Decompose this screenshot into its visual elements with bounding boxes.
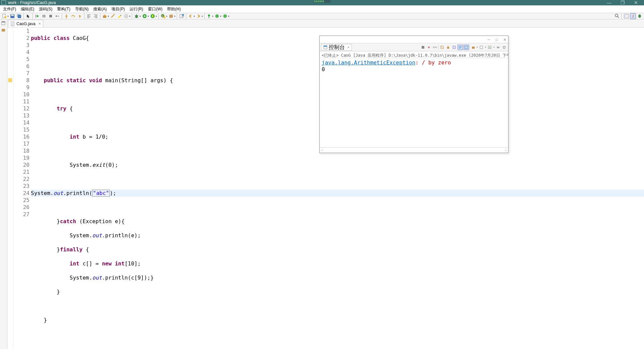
new-button[interactable] <box>1 13 7 19</box>
cursor-button[interactable] <box>25 13 31 19</box>
menu-navigate[interactable]: 导航(N) <box>73 5 91 13</box>
debug-suspend-button[interactable] <box>41 13 47 19</box>
step-into-button[interactable] <box>63 13 69 19</box>
nav-forward-button[interactable] <box>196 13 202 19</box>
console-new-button[interactable]: + <box>487 45 492 50</box>
window-maximize-button[interactable]: ❐ <box>616 0 629 5</box>
menu-search[interactable]: 搜索(A) <box>91 5 109 13</box>
console-display-button[interactable] <box>479 45 484 50</box>
svg-rect-29 <box>624 14 626 18</box>
console-minimize-icon[interactable]: ▭ <box>495 45 501 50</box>
svg-rect-23 <box>180 14 183 18</box>
code-editor[interactable]: 1234567891011121314151617181920212223242… <box>7 28 644 349</box>
java-file-icon: J <box>10 21 15 26</box>
console-output-line: 0 <box>322 66 506 73</box>
editor-tab-caog[interactable]: J CaoG.java ✕ <box>8 20 43 27</box>
exception-link[interactable]: java.lang.ArithmeticException <box>322 59 415 66</box>
menu-window[interactable]: 窗口(W) <box>146 5 165 13</box>
bookmark-prev-button[interactable] <box>214 13 220 19</box>
save-button[interactable] <box>9 13 15 19</box>
svg-point-1 <box>4 16 6 18</box>
debug-button[interactable] <box>133 13 140 19</box>
perspective-java-button[interactable]: J <box>630 13 636 19</box>
console-titlebar[interactable]: — ☐ ✕ <box>320 36 508 43</box>
svg-point-26 <box>223 14 227 18</box>
svg-rect-39 <box>422 46 424 49</box>
svg-rect-5 <box>18 15 21 18</box>
svg-rect-43 <box>465 46 468 49</box>
console-min-button[interactable]: — <box>488 36 490 43</box>
menu-edit[interactable]: 编辑(E) <box>18 5 37 13</box>
step-return-button[interactable] <box>77 13 83 19</box>
debug-disconnect-button[interactable] <box>54 13 60 19</box>
console-clear-button[interactable] <box>439 45 445 50</box>
debug-stop-button[interactable] <box>48 13 54 19</box>
align-right-button[interactable] <box>93 13 99 19</box>
align-left-button[interactable] <box>86 13 92 19</box>
svg-rect-33 <box>2 21 5 22</box>
highlighter-button[interactable] <box>116 13 122 19</box>
svg-rect-34 <box>2 29 5 32</box>
coverage-button[interactable] <box>150 13 156 19</box>
perspective-open-button[interactable] <box>623 13 629 19</box>
marker-strip <box>7 28 13 349</box>
console-maximize-icon[interactable]: ▢ <box>501 45 507 50</box>
svg-point-24 <box>208 14 210 16</box>
window-close-button[interactable]: ✕ <box>629 0 643 5</box>
window-titlebar: work - Fnag/src/CaoG.java — ❐ ✕ <box>0 0 644 5</box>
pin-button[interactable] <box>206 13 212 19</box>
console-scroll-lock-button[interactable] <box>445 45 451 50</box>
menu-run[interactable]: 运行(R) <box>127 5 146 13</box>
search-icon[interactable] <box>614 13 620 19</box>
package-explorer-icon[interactable] <box>1 28 6 33</box>
menu-refactor[interactable]: 重构(T) <box>55 5 72 13</box>
svg-rect-9 <box>49 15 52 17</box>
restore-view-icon[interactable] <box>1 21 6 26</box>
nav-back-button[interactable] <box>187 13 194 19</box>
new-dropdown[interactable]: ▾ <box>7 15 9 18</box>
console-btn-1[interactable] <box>420 45 426 50</box>
svg-rect-44 <box>472 47 475 49</box>
open-task-button[interactable] <box>178 13 184 19</box>
svg-rect-12 <box>103 16 106 18</box>
console-hscroll[interactable]: ‹› <box>320 147 508 153</box>
window-minimize-button[interactable]: — <box>602 0 616 5</box>
pick-button[interactable] <box>123 13 129 19</box>
save-all-button[interactable] <box>16 13 22 19</box>
console-pin-button[interactable] <box>451 45 457 50</box>
menu-source[interactable]: 源码(S) <box>37 5 55 13</box>
console-tab[interactable]: 控制台 ✕ <box>321 44 352 51</box>
editor-tab-close-icon[interactable]: ✕ <box>38 22 41 26</box>
console-tab-close-icon[interactable]: ✕ <box>347 44 350 51</box>
svg-rect-22 <box>169 15 173 18</box>
perspective-debug-button[interactable] <box>637 13 643 19</box>
console-terminate-button[interactable]: ✕ <box>426 45 432 50</box>
console-output[interactable]: java.lang.ArithmeticException: / by zero… <box>320 58 508 147</box>
console-wrap-button[interactable] <box>458 45 463 50</box>
console-open-button[interactable] <box>471 45 476 50</box>
console-remove-button[interactable]: ✕✕ <box>432 45 438 50</box>
console-max-button[interactable]: ☐ <box>495 36 498 43</box>
main-toolbar: ▾ ▾ ▾ ▾ ▾ ▾ C▾ ▾ ▾ ▾ ▾ ▾ ▾ J <box>0 13 644 19</box>
svg-rect-45 <box>480 46 483 49</box>
console-show-button[interactable] <box>464 45 469 50</box>
run-button[interactable] <box>142 13 148 19</box>
step-over-button[interactable] <box>70 13 76 19</box>
menu-file[interactable]: 文件(F) <box>1 5 18 13</box>
console-close-button[interactable]: ✕ <box>503 36 506 43</box>
svg-point-31 <box>638 14 641 18</box>
new-class-button[interactable]: C <box>160 13 166 19</box>
console-tab-row: 控制台 ✕ ✕ ✕✕ ▾ ▾ <box>320 43 508 51</box>
wand-button[interactable] <box>110 13 116 19</box>
build-button[interactable] <box>102 13 108 19</box>
svg-text:C: C <box>162 14 164 17</box>
new-package-button[interactable] <box>168 13 174 19</box>
bookmark-next-button[interactable] <box>222 13 228 19</box>
debug-resume-button[interactable] <box>34 13 40 19</box>
svg-text:J: J <box>12 22 13 26</box>
svg-rect-6 <box>36 15 36 17</box>
menu-help[interactable]: 帮助(H) <box>165 5 183 13</box>
editor-tab-bar: J CaoG.java ✕ <box>7 19 644 28</box>
menu-project[interactable]: 项目(P) <box>109 5 127 13</box>
console-tab-label: 控制台 <box>329 44 345 51</box>
